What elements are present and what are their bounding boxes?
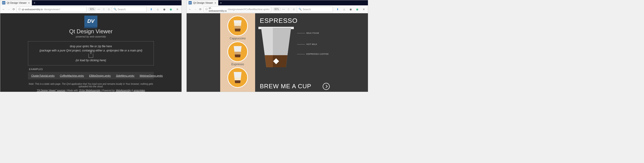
extension-icon[interactable]: ◉ xyxy=(168,6,174,12)
info-icon: ⓘ xyxy=(205,8,208,11)
page-actions-icon[interactable]: ⋯ xyxy=(282,6,286,12)
page-title: Qt Design Viewer xyxy=(69,28,112,35)
callout-espresso: ESPRESSO COFFEE xyxy=(297,53,330,55)
browser-tab[interactable]: DV Qt Design Viewer × xyxy=(0,0,32,5)
drink-circle xyxy=(228,42,248,62)
bookmark-icon[interactable]: ☆ xyxy=(292,6,296,12)
brew-label: BREW ME A CUP xyxy=(260,83,311,90)
drop-zone[interactable]: drop your qmlrc file or zip file here (p… xyxy=(28,41,154,66)
page-actions-icon[interactable]: ⋯ xyxy=(97,6,101,12)
search-icon: 🔍 xyxy=(114,8,117,11)
url-host: qt-webassembly.io xyxy=(22,8,43,11)
search-placeholder: Search xyxy=(303,8,311,11)
callout-milkfoam: MILK FOAM xyxy=(297,32,330,34)
page-content: Cappuccino Espresso xyxy=(187,13,368,92)
callout-hotmilk: HOT MILK xyxy=(297,43,330,46)
sugar-icon xyxy=(273,58,279,64)
drink-list: Cappuccino Espresso xyxy=(220,13,255,92)
url-path: /designviewer/#CoffeeMachine.qmlrc xyxy=(228,8,270,11)
brew-button[interactable]: BREW ME A CUP xyxy=(260,83,330,90)
download-icon[interactable]: ⬇ xyxy=(335,6,340,12)
back-button[interactable]: ← xyxy=(2,6,6,12)
new-tab-button[interactable]: + xyxy=(32,0,37,5)
titlebar: DV Qt Design Viewer × + xyxy=(187,0,368,5)
favicon: DV xyxy=(2,1,5,4)
cup-diagram: MILK FOAM HOT MILK ESPRESSO COFFEE xyxy=(260,28,330,67)
coffee-app-page: Cappuccino Espresso xyxy=(187,13,368,92)
url-host: qt-webassembly.io xyxy=(209,6,227,12)
library-icon[interactable]: ⌂ xyxy=(155,6,160,12)
url-bar[interactable]: ⓘ qt-webassembly.io/designviewer/#Coffee… xyxy=(204,6,271,12)
emscripten-link[interactable]: emscripten xyxy=(134,89,145,92)
extension-icon[interactable]: ◉ xyxy=(354,6,360,12)
design-viewer-page: DV Qt Design Viewer powered by web assem… xyxy=(0,13,182,92)
zoom-badge[interactable]: 90% xyxy=(88,8,96,11)
cup-icon xyxy=(233,46,242,57)
drink-circle xyxy=(228,16,248,36)
upload-icon xyxy=(88,54,93,58)
account-icon[interactable]: ◉ xyxy=(348,6,354,12)
download-icon[interactable]: ⬇ xyxy=(148,6,154,12)
close-tab-icon[interactable]: × xyxy=(28,1,30,5)
page-subtitle: powered by web assembly xyxy=(76,35,106,38)
cup-icon xyxy=(233,72,242,83)
drink-item-espresso[interactable]: Espresso xyxy=(228,42,248,66)
search-icon: 🔍 xyxy=(298,8,302,11)
library-icon[interactable]: ⌂ xyxy=(341,6,347,12)
drink-item-partial[interactable] xyxy=(228,67,248,88)
browser-window-left: DV Qt Design Viewer × + ← → ⟳ ⓘ qt-webas… xyxy=(0,0,182,92)
examples-heading: EXAMPLES xyxy=(28,68,154,70)
protection-icon[interactable]: ♢ xyxy=(102,6,106,12)
examples-row: ClusterTutorial.qmlrc CoffeeMachine.qmlr… xyxy=(28,72,154,80)
browser-tab[interactable]: DV Qt Design Viewer × xyxy=(187,0,218,5)
reload-button[interactable]: ⟳ xyxy=(12,6,16,12)
cup-icon xyxy=(233,20,242,32)
hamburger-icon[interactable]: ≡ xyxy=(174,6,180,12)
note-text: Note: This is a static web page. The Qml… xyxy=(28,83,154,88)
drink-circle xyxy=(228,67,248,88)
toolbar: ← → ⟳ ⓘ qt-webassembly.io/designviewer/#… xyxy=(187,5,368,13)
search-bar[interactable]: 🔍 Search xyxy=(297,6,333,12)
qtwasm-link[interactable]: Qt for WebAssembly xyxy=(79,89,100,92)
info-icon: ⓘ xyxy=(18,8,21,11)
arrow-right-icon xyxy=(323,83,330,90)
protection-icon[interactable]: ♢ xyxy=(286,6,291,12)
bookmark-icon[interactable]: ☆ xyxy=(107,6,111,12)
back-button[interactable]: ← xyxy=(188,6,192,12)
new-tab-button[interactable]: + xyxy=(218,0,224,5)
example-link[interactable]: CoffeeMachine.qmlrc xyxy=(60,74,84,77)
example-link[interactable]: ClusterTutorial.qmlrc xyxy=(31,74,55,77)
toolbar: ← → ⟳ ⓘ qt-webassembly.io/designviewer/ … xyxy=(0,5,182,13)
url-path: /designviewer/ xyxy=(44,8,60,11)
zoom-badge[interactable]: 80% xyxy=(273,8,280,11)
hamburger-icon[interactable]: ≡ xyxy=(361,6,366,12)
example-link[interactable]: WebinarDemo.qmlrc xyxy=(140,74,163,77)
example-link[interactable]: SideMenu.qmlrc xyxy=(116,74,134,77)
wasm-link[interactable]: WebAssembly xyxy=(116,89,131,92)
callouts: MILK FOAM HOT MILK ESPRESSO COFFEE xyxy=(297,28,330,55)
search-placeholder: Search xyxy=(118,8,126,11)
drop-click-text: (or load by clicking here) xyxy=(33,59,149,62)
drink-label: Espresso xyxy=(231,62,244,66)
forward-button[interactable]: → xyxy=(193,6,197,12)
forward-button[interactable]: → xyxy=(6,6,10,12)
tab-title: Qt Design Viewer xyxy=(7,2,26,4)
close-tab-icon[interactable]: × xyxy=(214,1,216,5)
selected-drink-title: ESPRESSO xyxy=(260,17,330,24)
reload-button[interactable]: ⟳ xyxy=(198,6,202,12)
titlebar: DV Qt Design Viewer × + xyxy=(0,0,182,5)
account-icon[interactable]: ◉ xyxy=(162,6,167,12)
drink-detail: ESPRESSO MILK FOAM HOT MILK ESPRESSO COF… xyxy=(255,13,334,92)
url-bar[interactable]: ⓘ qt-webassembly.io/designviewer/ xyxy=(16,6,86,12)
drop-main-text: drop your qmlrc file or zip file here xyxy=(33,45,149,48)
search-bar[interactable]: 🔍 Search xyxy=(112,6,146,12)
coffee-app: Cappuccino Espresso xyxy=(220,13,334,92)
big-cup xyxy=(260,28,292,67)
drink-item-cappuccino[interactable]: Cappuccino xyxy=(228,16,248,40)
drink-label: Cappuccino xyxy=(230,36,246,40)
sources-link[interactable]: "Qt Design Viewer" sources xyxy=(37,89,66,92)
page-content: DV Qt Design Viewer powered by web assem… xyxy=(0,13,182,92)
example-link[interactable]: EBikeDesign.qmlrc xyxy=(89,74,111,77)
dv-logo: DV xyxy=(84,16,98,27)
credits: "Qt Design Viewer" sources | Made with: … xyxy=(37,89,145,92)
